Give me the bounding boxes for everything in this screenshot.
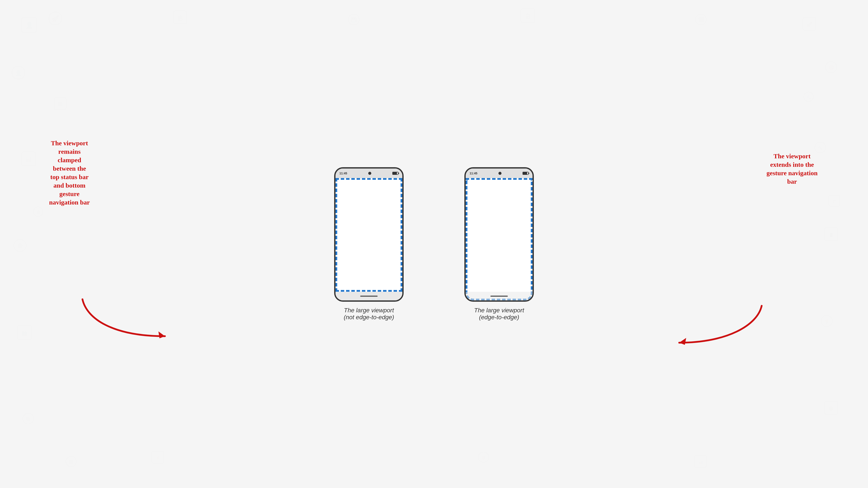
battery-fill-1: [393, 172, 397, 174]
camera-dot-2: [498, 172, 501, 175]
phone-edge-caption: The large viewport (edge-to-edge): [474, 307, 524, 321]
phone-edge-wrapper: 11:45 The large viewport (edge-to-edge): [464, 167, 534, 321]
viewport-edge: [466, 178, 532, 300]
viewport-not-edge: [336, 178, 402, 292]
left-annotation: The viewport remains clamped between the…: [28, 139, 111, 206]
gesture-line-1: [360, 296, 378, 297]
camera-dot-1: [368, 172, 371, 175]
nav-bar-1: [336, 292, 402, 300]
phone-not-edge-wrapper: 11:45 The large viewport (not edge-to-ed…: [334, 167, 404, 321]
phone-not-edge-caption: The large viewport (not edge-to-edge): [344, 307, 394, 321]
battery-1: [392, 172, 398, 175]
battery-2: [523, 172, 529, 175]
nav-bar-2: [466, 292, 532, 300]
battery-fill-2: [523, 172, 527, 174]
svg-marker-50: [158, 331, 165, 338]
main-content: The viewport remains clamped between the…: [0, 0, 868, 488]
left-arrow: [69, 293, 174, 354]
right-annotation: The viewport extends into the gesture na…: [751, 152, 833, 186]
phone-edge: 11:45: [464, 167, 534, 302]
gesture-line-2: [490, 296, 508, 297]
phone-not-edge: 11:45: [334, 167, 404, 302]
status-bar-1: 11:45: [336, 168, 402, 178]
status-time-1: 11:45: [339, 171, 347, 175]
status-time-2: 11:45: [470, 171, 477, 175]
status-bar-2: 11:45: [466, 168, 532, 178]
